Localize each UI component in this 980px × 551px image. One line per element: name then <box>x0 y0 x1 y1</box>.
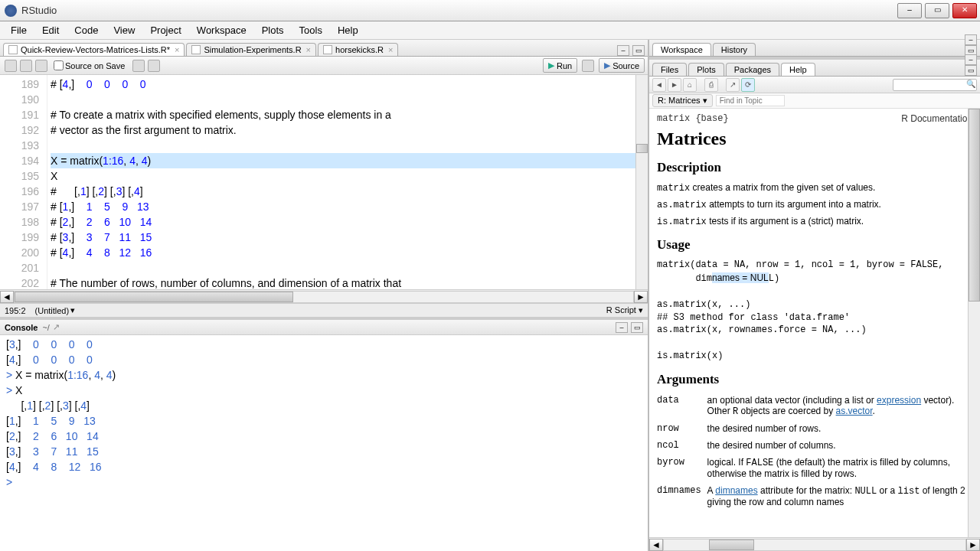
arg-name: byrow <box>657 455 707 484</box>
chevron-down-icon[interactable]: ▾ <box>70 305 75 315</box>
console-title: Console <box>5 323 38 332</box>
minimize-pane-button[interactable]: – <box>965 34 977 45</box>
link-expression[interactable]: expression <box>877 395 921 406</box>
popout-icon[interactable]: ↗ <box>53 322 60 332</box>
scrollbar-thumb[interactable] <box>15 292 293 302</box>
left-panes: Quick-Review-Vectors-Matrices-Lists.R* ×… <box>0 40 649 551</box>
tab-help[interactable]: Help <box>781 63 815 76</box>
close-button[interactable]: ✕ <box>952 3 977 18</box>
tab-history[interactable]: History <box>713 43 756 56</box>
source-tabs: Quick-Review-Vectors-Matrices-Lists.R* ×… <box>0 40 648 57</box>
menu-project[interactable]: Project <box>142 23 188 37</box>
help-desc-line: is.matrix tests if its argument is a (st… <box>657 215 972 229</box>
scroll-left-icon[interactable]: ◄ <box>0 291 14 303</box>
find-in-topic-input[interactable] <box>716 95 785 106</box>
language-mode[interactable]: R Script <box>606 305 636 315</box>
source-on-save-checkbox[interactable] <box>54 60 64 70</box>
help-args-header: Arguments <box>657 372 972 387</box>
menu-help[interactable]: Help <box>330 23 366 37</box>
back-icon[interactable] <box>5 60 17 72</box>
scroll-right-icon[interactable]: ► <box>966 539 980 551</box>
forward-icon[interactable]: ► <box>668 78 681 92</box>
save-icon[interactable] <box>35 60 47 72</box>
help-usage-code: matrix(data = NA, nrow = 1, ncol = 1, by… <box>657 259 972 362</box>
tab-packages[interactable]: Packages <box>726 63 779 76</box>
app-title: RStudio <box>21 5 57 16</box>
source-tab-2[interactable]: Simulation-Experiments.R × <box>186 43 316 56</box>
home-icon[interactable]: ⌂ <box>683 78 697 92</box>
popout-icon[interactable]: ↗ <box>726 78 740 92</box>
document-icon <box>8 45 18 54</box>
help-desc-line: as.matrix attempts to turn its argument … <box>657 198 972 212</box>
scope-selector[interactable]: (Untitled) <box>35 306 70 315</box>
menu-tools[interactable]: Tools <box>292 23 330 37</box>
minimize-pane-button[interactable]: – <box>616 322 628 333</box>
close-icon[interactable]: × <box>306 45 311 54</box>
back-icon[interactable]: ◄ <box>652 78 666 92</box>
source-tab-3[interactable]: horsekicks.R × <box>318 43 398 56</box>
wand-icon[interactable] <box>148 60 160 72</box>
menu-workspace[interactable]: Workspace <box>189 23 254 37</box>
scrollbar-thumb[interactable] <box>636 144 648 153</box>
title-bar: RStudio – ▭ ✕ <box>0 0 980 21</box>
link-dimnames[interactable]: dimnames <box>715 485 757 496</box>
menu-file[interactable]: File <box>3 23 34 37</box>
document-icon <box>323 45 332 54</box>
tab-files[interactable]: Files <box>652 63 687 76</box>
arg-name: ncol <box>657 439 707 455</box>
help-args-table: data an optional data vector (including … <box>657 393 972 512</box>
menu-bar: File Edit Code View Project Workspace Pl… <box>0 21 980 40</box>
source-vertical-scrollbar[interactable] <box>635 75 648 289</box>
scroll-right-icon[interactable]: ► <box>634 291 648 303</box>
source-tab-1[interactable]: Quick-Review-Vectors-Matrices-Lists.R* × <box>3 43 185 56</box>
help-toolbar: ◄ ► ⌂ ⎙ ↗ ⟳ 🔍 <box>649 77 980 93</box>
scroll-left-icon[interactable]: ◄ <box>649 539 663 551</box>
chevron-down-icon[interactable]: ▾ <box>639 305 643 315</box>
rerun-icon[interactable] <box>582 60 594 72</box>
help-topic-chip[interactable]: R: Matrices ▾ <box>652 94 713 107</box>
refresh-icon[interactable]: ⟳ <box>741 78 755 92</box>
print-icon[interactable]: ⎙ <box>704 78 718 92</box>
maximize-pane-button[interactable]: ▭ <box>632 45 645 56</box>
help-breadcrumb: R: Matrices ▾ <box>649 93 980 109</box>
source-horizontal-scrollbar[interactable]: ◄ ► <box>0 289 648 303</box>
console-path: ~/ <box>42 323 49 332</box>
help-search-input[interactable] <box>893 79 977 91</box>
line-gutter: 1891901911921931941951961971981992002012… <box>0 75 47 289</box>
help-title: Matrices <box>657 129 972 149</box>
arg-desc: A dimnames attribute for the matrix: NUL… <box>707 484 972 512</box>
help-horizontal-scrollbar[interactable]: ◄ ► <box>649 537 980 551</box>
source-button[interactable]: ▶Source <box>599 58 645 73</box>
menu-view[interactable]: View <box>106 23 142 37</box>
minimize-pane-button[interactable]: – <box>617 45 629 56</box>
scrollbar-thumb[interactable] <box>709 540 754 550</box>
arg-desc: the desired number of columns. <box>707 439 972 455</box>
source-toolbar: Source on Save ▶Run ▶Source <box>0 57 648 75</box>
help-desc-header: Description <box>657 160 972 175</box>
scrollbar-thumb[interactable] <box>969 109 980 302</box>
minimize-button[interactable]: – <box>897 3 922 18</box>
source-editor[interactable]: 1891901911921931941951961971981992002012… <box>0 75 648 289</box>
source-on-save-label: Source on Save <box>65 61 125 70</box>
menu-code[interactable]: Code <box>67 23 106 37</box>
source-tab-label: Quick-Review-Vectors-Matrices-Lists.R* <box>21 45 170 54</box>
code-area[interactable]: # [4,] 0 0 0 0# To create a matrix with … <box>47 75 648 289</box>
close-icon[interactable]: × <box>175 45 179 54</box>
help-vertical-scrollbar[interactable] <box>968 109 980 537</box>
maximize-pane-button[interactable]: ▭ <box>631 322 643 333</box>
menu-edit[interactable]: Edit <box>34 23 67 37</box>
console[interactable]: [3,] 0 0 0 0[4,] 0 0 0 0> X = matrix(1:1… <box>0 335 648 551</box>
minimize-pane-button[interactable]: – <box>965 54 977 65</box>
tab-plots[interactable]: Plots <box>688 63 724 76</box>
find-icon[interactable] <box>132 60 145 72</box>
maximize-button[interactable]: ▭ <box>925 3 949 18</box>
forward-icon[interactable] <box>20 60 32 72</box>
help-search[interactable]: 🔍 <box>893 79 977 91</box>
close-icon[interactable]: × <box>388 45 393 54</box>
help-content[interactable]: matrix {base} R Documentation Matrices D… <box>649 109 980 551</box>
link-asvector[interactable]: as.vector <box>836 406 873 416</box>
run-button[interactable]: ▶Run <box>543 58 577 73</box>
tab-workspace[interactable]: Workspace <box>652 43 711 56</box>
maximize-pane-button[interactable]: ▭ <box>965 65 977 76</box>
menu-plots[interactable]: Plots <box>254 23 292 37</box>
